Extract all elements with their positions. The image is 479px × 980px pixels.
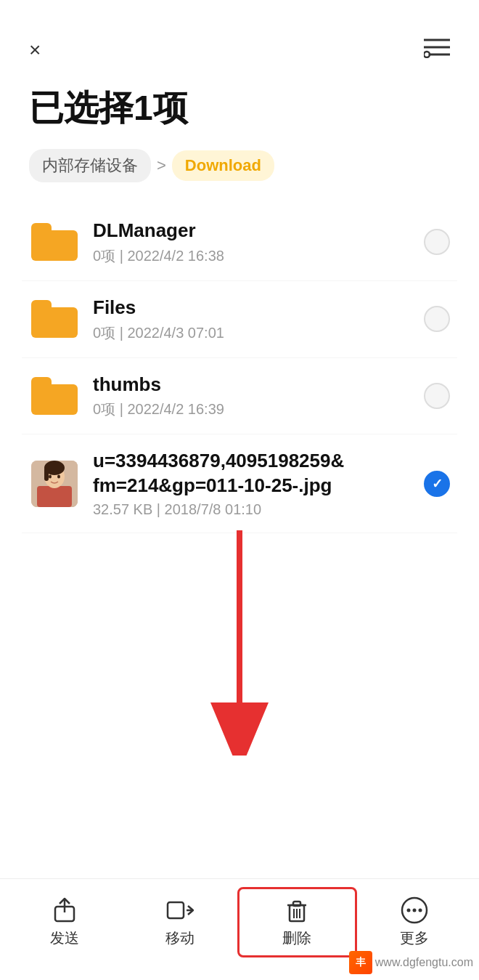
breadcrumb-current[interactable]: Download: [172, 150, 274, 181]
breadcrumb: 内部存储设备 > Download: [0, 149, 479, 204]
page-title: 已选择1项: [0, 78, 479, 149]
list-item[interactable]: u=3394436879,4095198259&fm=214&gp=011-10…: [22, 434, 457, 533]
file-meta: 0项 | 2022/4/2 16:38: [93, 246, 424, 266]
file-name: DLManager: [93, 219, 424, 243]
more-icon: [401, 896, 428, 924]
watermark: 丰 www.dgfengtu.com: [349, 951, 473, 974]
file-name: u=3394436879,4095198259&fm=214&gp=011-10…: [93, 449, 424, 498]
annotation-arrow: [203, 530, 276, 756]
delete-button[interactable]: 删除: [237, 887, 357, 957]
folder-icon: [29, 297, 80, 341]
folder-icon: [29, 374, 80, 418]
file-selector-checked[interactable]: ✓: [424, 471, 450, 497]
file-selector[interactable]: [424, 383, 450, 409]
file-name: Files: [93, 296, 424, 320]
svg-rect-19: [293, 902, 300, 906]
file-selector[interactable]: [424, 229, 450, 255]
header: ×: [0, 0, 479, 78]
svg-point-10: [57, 474, 60, 478]
list-item[interactable]: DLManager 0项 | 2022/4/2 16:38: [22, 204, 457, 281]
share-button[interactable]: 发送: [7, 889, 123, 955]
share-icon: [51, 896, 78, 924]
filter-button[interactable]: [424, 36, 450, 63]
share-label: 发送: [50, 928, 79, 948]
list-item[interactable]: Files 0项 | 2022/4/3 07:01: [22, 281, 457, 358]
file-selector[interactable]: [424, 306, 450, 332]
file-meta: 32.57 KB | 2018/7/8 01:10: [93, 501, 424, 518]
folder-icon: [29, 220, 80, 264]
image-thumbnail: [29, 462, 80, 506]
breadcrumb-separator: >: [157, 156, 166, 175]
more-button[interactable]: 更多: [357, 889, 472, 955]
file-meta: 0项 | 2022/4/3 07:01: [93, 323, 424, 343]
delete-label: 删除: [282, 928, 311, 948]
svg-point-25: [412, 909, 416, 912]
svg-point-3: [424, 52, 430, 57]
svg-rect-5: [37, 486, 72, 507]
more-label: 更多: [400, 928, 429, 948]
list-item[interactable]: thumbs 0项 | 2022/4/2 16:39: [22, 358, 457, 435]
svg-rect-8: [44, 468, 49, 481]
move-label: 移动: [165, 928, 195, 948]
move-icon: [166, 896, 194, 924]
watermark-text: www.dgfengtu.com: [375, 956, 473, 969]
checkmark-icon: ✓: [432, 476, 443, 492]
file-meta: 0项 | 2022/4/2 16:39: [93, 400, 424, 419]
watermark-logo: 丰: [349, 951, 372, 974]
move-button[interactable]: 移动: [123, 889, 238, 955]
svg-rect-15: [168, 902, 184, 918]
file-list: DLManager 0项 | 2022/4/2 16:38 Files 0项 |…: [0, 204, 479, 533]
delete-icon: [283, 896, 311, 924]
svg-point-9: [49, 474, 52, 478]
breadcrumb-root[interactable]: 内部存储设备: [29, 149, 151, 182]
svg-point-24: [406, 909, 410, 912]
close-button[interactable]: ×: [29, 40, 41, 60]
file-name: thumbs: [93, 373, 424, 397]
svg-point-26: [418, 909, 422, 912]
